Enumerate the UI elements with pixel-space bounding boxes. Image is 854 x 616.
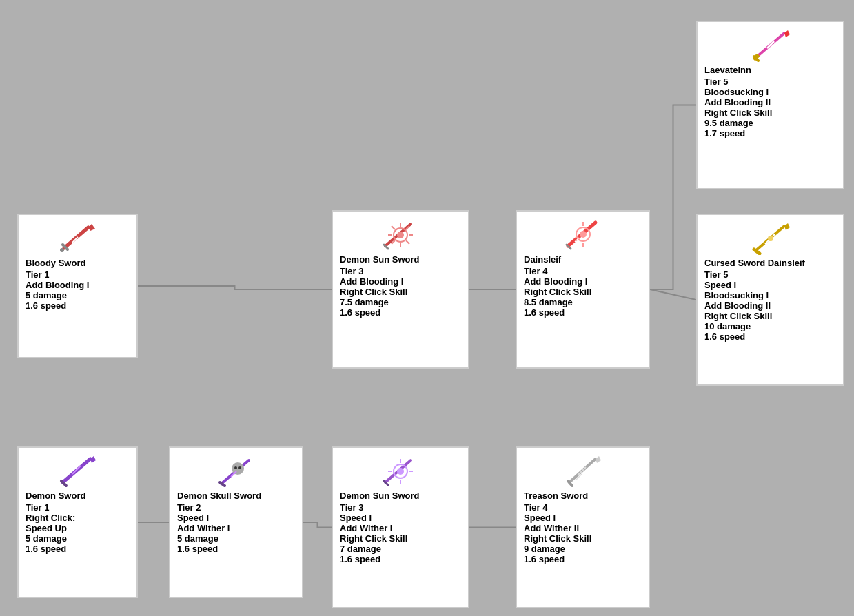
card-stat-demon-sword-0: 5 damage (26, 533, 67, 544)
card-attr-cursed-sword-dainsleif-0: Speed I (704, 280, 736, 290)
card-stat-bloody-sword-0: 5 damage (26, 290, 67, 300)
card-stat-dainsleif-0: 8.5 damage (524, 297, 573, 307)
card-stat-treason-sword-1: 1.6 speed (524, 554, 565, 564)
card-attr-laevateinn-2: Right Click Skill (704, 107, 772, 118)
card-attr-bloody-sword-0: Add Blooding I (26, 280, 89, 290)
card-stat-demon-sun-sword-3a-0: 7.5 damage (340, 297, 389, 307)
card-attr-demon-sword-0: Right Click: (26, 513, 75, 523)
card-tier-bloody-sword: Tier 1 (26, 269, 49, 280)
card-name-bloody-sword: Bloody Sword (26, 258, 85, 269)
tree-container: Bloody SwordTier 1Add Blooding I5 damage… (0, 0, 854, 616)
card-stat-demon-sun-sword-3b-0: 7 damage (340, 544, 381, 554)
card-attr-treason-sword-2: Right Click Skill (524, 533, 591, 544)
card-attr-cursed-sword-dainsleif-3: Right Click Skill (704, 311, 772, 321)
svg-line-12 (406, 240, 409, 244)
card-attr-laevateinn-0: Bloodsucking I (704, 87, 769, 97)
svg-marker-36 (90, 456, 96, 463)
card-stat-cursed-sword-dainsleif-1: 1.6 speed (704, 331, 745, 342)
card-attr-treason-sword-1: Add Wither II (524, 523, 579, 533)
card-tier-treason-sword: Tier 4 (524, 502, 547, 513)
card-name-demon-sun-sword-3b: Demon Sun Sword (340, 491, 420, 502)
card-name-dainsleif: Dainsleif (524, 254, 561, 266)
card-stat-treason-sword-0: 9 damage (524, 544, 565, 554)
card-attr-cursed-sword-dainsleif-1: Bloodsucking I (704, 290, 769, 300)
card-stat-demon-sword-1: 1.6 speed (26, 544, 66, 554)
card-attr-demon-skull-sword-0: Speed I (177, 513, 209, 523)
card-tier-demon-sword: Tier 1 (26, 502, 49, 513)
svg-point-33 (768, 236, 773, 241)
svg-line-0 (64, 227, 88, 248)
svg-marker-54 (596, 456, 601, 463)
svg-point-2 (60, 248, 64, 252)
card-name-cursed-sword-dainsleif: Cursed Sword Dainsleif (704, 258, 805, 269)
card-laevateinn: LaevateinnTier 5Bloodsucking IAdd Bloodi… (696, 21, 844, 189)
card-stat-demon-sun-sword-3b-1: 1.6 speed (340, 554, 380, 564)
card-attr-demon-sun-sword-3b-2: Right Click Skill (340, 533, 407, 544)
svg-point-46 (397, 468, 404, 475)
card-name-treason-sword: Treason Sword (524, 491, 588, 502)
card-attr-treason-sword-0: Speed I (524, 513, 556, 523)
card-attr-dainsleif-1: Right Click Skill (524, 287, 591, 297)
icon-bloody-sword (26, 220, 130, 255)
card-tier-laevateinn: Tier 5 (704, 76, 728, 87)
card-bloody-sword: Bloody SwordTier 1Add Blooding I5 damage… (17, 214, 138, 358)
icon-laevateinn (704, 28, 836, 62)
card-treason-sword: Treason SwordTier 4Speed IAdd Wither IIR… (516, 446, 650, 608)
card-demon-sword: Demon SwordTier 1Right Click:Speed Up5 d… (17, 446, 138, 598)
card-attr-demon-sun-sword-3a-0: Add Blooding I (340, 276, 403, 287)
card-stat-demon-sun-sword-3a-1: 1.6 speed (340, 307, 380, 318)
svg-point-15 (397, 232, 404, 238)
svg-point-40 (234, 466, 237, 469)
svg-point-19 (580, 231, 587, 238)
svg-point-39 (232, 462, 244, 475)
svg-line-32 (754, 249, 760, 254)
card-attr-demon-sword-1: Speed Up (26, 523, 67, 533)
card-attr-demon-skull-sword-1: Add Wither I (177, 523, 230, 533)
card-stat-bloody-sword-1: 1.6 speed (26, 300, 66, 311)
svg-point-41 (238, 466, 241, 469)
card-tier-cursed-sword-dainsleif: Tier 5 (704, 269, 728, 280)
card-stat-dainsleif-1: 1.6 speed (524, 307, 565, 318)
card-stat-cursed-sword-dainsleif-0: 10 damage (704, 321, 751, 331)
card-demon-sun-sword-3b: Demon Sun SwordTier 3Speed IAdd Wither I… (332, 446, 469, 608)
icon-cursed-sword-dainsleif (704, 220, 836, 255)
card-stat-laevateinn-1: 1.7 speed (704, 128, 745, 138)
icon-treason-sword (524, 453, 642, 488)
card-name-laevateinn: Laevateinn (704, 65, 751, 76)
card-attr-cursed-sword-dainsleif-2: Add Blooding II (704, 300, 771, 311)
card-cursed-sword-dainsleif: Cursed Sword DainsleifTier 5Speed IBlood… (696, 214, 844, 386)
card-name-demon-sun-sword-3a: Demon Sun Sword (340, 254, 420, 266)
card-name-demon-skull-sword: Demon Skull Sword (177, 491, 261, 502)
icon-demon-sun-sword-3b (340, 453, 461, 488)
card-attr-demon-sun-sword-3b-0: Speed I (340, 513, 372, 523)
svg-marker-26 (784, 30, 790, 37)
card-demon-skull-sword: Demon Skull SwordTier 2Speed IAdd Wither… (169, 446, 303, 598)
card-name-demon-sword: Demon Sword (26, 491, 85, 502)
svg-line-11 (392, 226, 395, 229)
card-dainsleif: DainsleifTier 4Add Blooding IRight Click… (516, 210, 650, 369)
card-tier-dainsleif: Tier 4 (524, 266, 547, 276)
icon-demon-sun-sword-3a (340, 217, 461, 251)
card-tier-demon-sun-sword-3b: Tier 3 (340, 502, 363, 513)
card-tier-demon-skull-sword: Tier 2 (177, 502, 201, 513)
card-stat-laevateinn-0: 9.5 damage (704, 118, 753, 128)
card-demon-sun-sword-3a: Demon Sun SwordTier 3Add Blooding IRight… (332, 210, 469, 369)
icon-demon-skull-sword (177, 453, 295, 488)
svg-line-25 (767, 41, 774, 48)
svg-marker-31 (784, 223, 790, 230)
card-stat-demon-skull-sword-0: 5 damage (177, 533, 218, 544)
icon-dainsleif (524, 217, 642, 251)
card-attr-demon-sun-sword-3b-1: Add Wither I (340, 523, 392, 533)
icon-demon-sword (26, 453, 130, 488)
card-attr-dainsleif-0: Add Blooding I (524, 276, 587, 287)
card-attr-laevateinn-1: Add Blooding II (704, 97, 771, 107)
card-attr-demon-sun-sword-3a-1: Right Click Skill (340, 287, 407, 297)
card-tier-demon-sun-sword-3a: Tier 3 (340, 266, 363, 276)
card-stat-demon-skull-sword-1: 1.6 speed (177, 544, 218, 554)
svg-marker-4 (88, 224, 95, 231)
